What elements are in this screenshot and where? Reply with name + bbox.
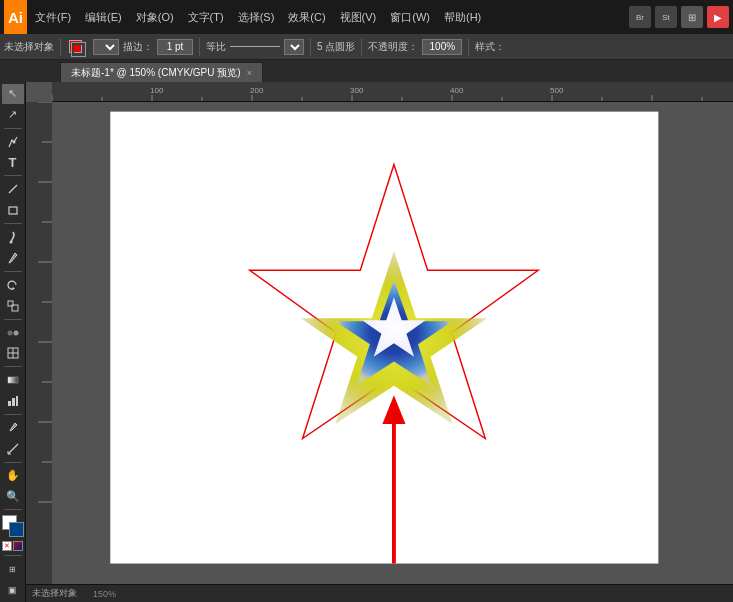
svg-text:400: 400 [450, 86, 464, 95]
line-cap-select[interactable] [284, 39, 304, 55]
menu-edit[interactable]: 编辑(E) [79, 8, 128, 27]
canvas-area[interactable]: // ticks via SVG 100 200 300 [26, 82, 733, 602]
tool-rotate[interactable] [2, 275, 24, 295]
svg-text:300: 300 [350, 86, 364, 95]
sep4 [361, 38, 362, 56]
tool-blend[interactable] [2, 323, 24, 343]
color-fg-bg[interactable] [2, 515, 24, 537]
zoom-level: 150% [93, 589, 116, 599]
title-right-buttons: Br St ⊞ ▶ [629, 6, 729, 28]
artwork-canvas[interactable] [52, 102, 733, 602]
tool-rect[interactable] [2, 200, 24, 220]
tool-sep-10 [4, 555, 22, 556]
none-stroke-icon[interactable]: ✕ [2, 541, 12, 551]
st-badge[interactable]: St [655, 6, 677, 28]
tool-sep-5 [4, 319, 22, 320]
stroke-value[interactable] [157, 39, 193, 55]
control-toolbar: 未选择对象 — 描边： 等比 5 点圆形 不透明度： 样式： [0, 34, 733, 60]
stroke-swatch[interactable] [72, 43, 85, 56]
tool-mesh[interactable] [2, 343, 24, 363]
ruler-vertical [26, 102, 52, 602]
menu-effect[interactable]: 效果(C) [282, 8, 331, 27]
opacity-value[interactable] [422, 39, 462, 55]
br-badge[interactable]: Br [629, 6, 651, 28]
sep1 [60, 38, 61, 56]
tool-pen[interactable] [2, 132, 24, 152]
svg-text:100: 100 [150, 86, 164, 95]
tool-eyedropper[interactable] [2, 418, 24, 438]
opacity-label: 不透明度： [368, 40, 418, 54]
menu-help[interactable]: 帮助(H) [438, 8, 487, 27]
svg-point-0 [12, 140, 15, 143]
line-style-group: 等比 [206, 39, 304, 55]
menu-file[interactable]: 文件(F) [29, 8, 77, 27]
status-text: 未选择对象 [32, 587, 77, 600]
tool-paintbrush[interactable] [2, 227, 24, 247]
status-bar: 未选择对象 150% [26, 584, 733, 602]
tool-line[interactable] [2, 179, 24, 199]
svg-rect-2 [9, 207, 17, 214]
svg-rect-12 [8, 377, 18, 383]
svg-line-1 [9, 185, 17, 193]
tool-sep-3 [4, 223, 22, 224]
stroke-selector[interactable]: — [93, 39, 119, 55]
tool-pencil[interactable] [2, 248, 24, 268]
sep3 [310, 38, 311, 56]
menu-object[interactable]: 对象(O) [130, 8, 180, 27]
tool-sep-4 [4, 271, 22, 272]
tool-zoom[interactable]: 🔍 [2, 487, 24, 507]
tool-sep-9 [4, 509, 22, 510]
svg-line-16 [8, 444, 18, 454]
tool-sep-1 [4, 128, 22, 129]
ruler-horizontal: // ticks via SVG 100 200 300 [52, 82, 733, 102]
workspace-btn[interactable]: ⊞ [681, 6, 703, 28]
svg-rect-15 [16, 396, 18, 406]
svg-point-3 [9, 241, 12, 244]
screen-mode[interactable]: ▣ [2, 580, 24, 600]
svg-rect-39 [26, 102, 52, 602]
tool-type[interactable]: T [2, 153, 24, 173]
tool-hand[interactable]: ✋ [2, 466, 24, 486]
tab-document[interactable]: 未标题-1* @ 150% (CMYK/GPU 预览) × [60, 62, 263, 82]
title-bar: Ai 文件(F) 编辑(E) 对象(O) 文字(T) 选择(S) 效果(C) 视… [0, 0, 733, 34]
ratio-label: 等比 [206, 40, 226, 54]
tool-select[interactable]: ↖ [2, 84, 24, 104]
tool-sep-2 [4, 175, 22, 176]
fill-stroke-widget[interactable] [67, 38, 89, 56]
main-area: ↖ ↗ T [0, 82, 733, 602]
tab-close-btn[interactable]: × [247, 68, 252, 78]
color-mode-group: ✕ [2, 541, 23, 551]
menu-window[interactable]: 窗口(W) [384, 8, 436, 27]
sep2 [199, 38, 200, 56]
menu-view[interactable]: 视图(V) [334, 8, 383, 27]
tab-bar: 未标题-1* @ 150% (CMYK/GPU 预览) × [0, 60, 733, 82]
left-toolbar: ↖ ↗ T [0, 82, 26, 602]
sep5 [468, 38, 469, 56]
arrow-btn[interactable]: ▶ [707, 6, 729, 28]
ruler-v-svg [26, 102, 52, 602]
tool-direct-select[interactable]: ↗ [2, 105, 24, 125]
tool-chart[interactable] [2, 391, 24, 411]
points-label: 5 点圆形 [317, 40, 355, 54]
menu-select[interactable]: 选择(S) [232, 8, 281, 27]
svg-point-7 [7, 330, 12, 335]
svg-rect-14 [12, 398, 15, 406]
stroke-label: 描边： [123, 40, 153, 54]
svg-point-8 [13, 330, 18, 335]
artboard-tool[interactable]: ⊞ [2, 559, 24, 579]
line-preview [230, 46, 280, 47]
color-bg-box[interactable] [9, 522, 24, 537]
tool-gradient[interactable] [2, 370, 24, 390]
menu-type[interactable]: 文字(T) [182, 8, 230, 27]
style-label: 样式： [475, 40, 505, 54]
ruler-h-svg: // ticks via SVG 100 200 300 [52, 82, 733, 101]
tab-title: 未标题-1* @ 150% (CMYK/GPU 预览) [71, 66, 241, 80]
svg-text:200: 200 [250, 86, 264, 95]
svg-rect-13 [8, 401, 11, 406]
tool-measure[interactable] [2, 439, 24, 459]
tool-sep-7 [4, 414, 22, 415]
color-indicator[interactable] [13, 541, 23, 551]
tool-sep-6 [4, 366, 22, 367]
tool-sep-8 [4, 462, 22, 463]
tool-scale[interactable] [2, 296, 24, 316]
